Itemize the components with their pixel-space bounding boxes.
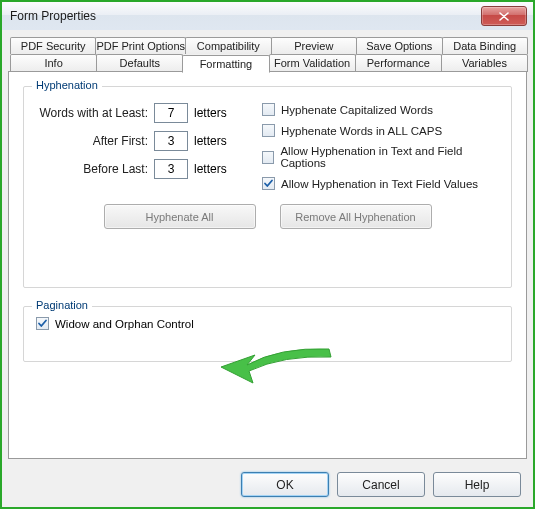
- remove-all-hyphenation-button[interactable]: Remove All Hyphenation: [280, 204, 432, 229]
- group-pagination: Pagination Widow and Orphan Control: [23, 306, 512, 362]
- checkbox-hyphenate-allcaps[interactable]: Hyphenate Words in ALL CAPS: [262, 124, 499, 137]
- hyphenate-all-button[interactable]: Hyphenate All: [104, 204, 256, 229]
- tab-pdf-security[interactable]: PDF Security: [10, 37, 96, 54]
- tab-defaults[interactable]: Defaults: [96, 54, 183, 72]
- checkbox-box: [262, 151, 274, 164]
- checkbox-label: Allow Hyphenation in Text and Field Capt…: [280, 145, 499, 169]
- dialog-footer: OK Cancel Help: [241, 472, 521, 497]
- tab-panel-formatting: Hyphenation Words with at Least: letters…: [8, 71, 527, 459]
- input-words-at-least[interactable]: [154, 103, 188, 123]
- hyphenation-button-bar: Hyphenate All Remove All Hyphenation: [36, 204, 499, 229]
- tab-row-bottom: Info Defaults Formatting Form Validation…: [10, 53, 527, 71]
- group-pagination-legend: Pagination: [32, 299, 92, 311]
- checkbox-allow-captions[interactable]: Allow Hyphenation in Text and Field Capt…: [262, 145, 499, 169]
- input-after-first[interactable]: [154, 131, 188, 151]
- check-icon: [37, 318, 48, 329]
- tab-preview[interactable]: Preview: [271, 37, 357, 54]
- tab-performance[interactable]: Performance: [355, 54, 442, 72]
- tab-compatibility[interactable]: Compatibility: [185, 37, 271, 54]
- unit-words-at-least: letters: [194, 106, 236, 120]
- unit-before-last: letters: [194, 162, 236, 176]
- label-after-first: After First:: [36, 134, 148, 148]
- label-words-at-least: Words with at Least:: [36, 106, 148, 120]
- group-hyphenation: Hyphenation Words with at Least: letters…: [23, 86, 512, 288]
- checkbox-box: [262, 103, 275, 116]
- client-area: PDF Security PDF Print Options Compatibi…: [2, 30, 533, 507]
- checkbox-label: Widow and Orphan Control: [55, 318, 194, 330]
- tab-formatting[interactable]: Formatting: [182, 55, 269, 73]
- close-icon: [499, 12, 509, 21]
- tab-pdf-print-options[interactable]: PDF Print Options: [95, 37, 186, 54]
- check-icon: [263, 178, 274, 189]
- tab-info[interactable]: Info: [10, 54, 97, 72]
- cancel-button[interactable]: Cancel: [337, 472, 425, 497]
- label-before-last: Before Last:: [36, 162, 148, 176]
- input-before-last[interactable]: [154, 159, 188, 179]
- window: Form Properties PDF Security PDF Print O…: [0, 0, 535, 509]
- checkbox-label: Hyphenate Capitalized Words: [281, 104, 433, 116]
- tab-variables[interactable]: Variables: [441, 54, 528, 72]
- checkbox-box: [262, 177, 275, 190]
- tab-save-options[interactable]: Save Options: [356, 37, 442, 54]
- close-button[interactable]: [481, 6, 527, 26]
- checkbox-allow-values[interactable]: Allow Hyphenation in Text Field Values: [262, 177, 499, 190]
- hyphenation-right-column: Hyphenate Capitalized Words Hyphenate Wo…: [262, 103, 499, 198]
- checkbox-label: Hyphenate Words in ALL CAPS: [281, 125, 442, 137]
- checkbox-label: Allow Hyphenation in Text Field Values: [281, 178, 478, 190]
- hyphenation-left-column: Words with at Least: letters After First…: [36, 103, 236, 198]
- checkbox-hyphenate-capitalized[interactable]: Hyphenate Capitalized Words: [262, 103, 499, 116]
- ok-button[interactable]: OK: [241, 472, 329, 497]
- window-title: Form Properties: [10, 9, 96, 23]
- checkbox-widow-orphan[interactable]: Widow and Orphan Control: [36, 317, 499, 330]
- tab-form-validation[interactable]: Form Validation: [269, 54, 356, 72]
- tab-row-top: PDF Security PDF Print Options Compatibi…: [10, 36, 527, 53]
- unit-after-first: letters: [194, 134, 236, 148]
- titlebar: Form Properties: [2, 2, 533, 31]
- checkbox-box: [36, 317, 49, 330]
- help-button[interactable]: Help: [433, 472, 521, 497]
- group-hyphenation-legend: Hyphenation: [32, 79, 102, 91]
- checkbox-box: [262, 124, 275, 137]
- tab-data-binding[interactable]: Data Binding: [442, 37, 528, 54]
